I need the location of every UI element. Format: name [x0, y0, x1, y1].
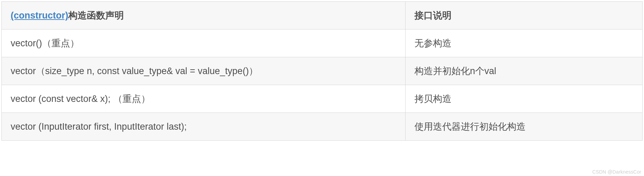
table-row: vector (const vector& x); （重点） 拷贝构造 [2, 85, 643, 113]
cell-signature: vector (const vector& x); （重点） [2, 85, 406, 113]
cell-description: 拷贝构造 [405, 85, 642, 113]
header-left-suffix: 构造函数声明 [68, 10, 124, 21]
cell-description: 使用迭代器进行初始化构造 [405, 113, 642, 141]
cell-signature: vector（size_type n, const value_type& va… [2, 57, 406, 85]
table-header-row: (constructor)构造函数声明 接口说明 [2, 2, 643, 30]
table-row: vector()（重点） 无参构造 [2, 30, 643, 57]
constructor-table: (constructor)构造函数声明 接口说明 vector()（重点） 无参… [1, 1, 643, 141]
table-row: vector (InputIterator first, InputIterat… [2, 113, 643, 141]
constructor-link[interactable]: (constructor) [11, 10, 68, 21]
cell-signature: vector()（重点） [2, 30, 406, 57]
cell-description: 无参构造 [405, 30, 642, 57]
cell-description: 构造并初始化n个val [405, 57, 642, 85]
table-row: vector（size_type n, const value_type& va… [2, 57, 643, 85]
cell-signature: vector (InputIterator first, InputIterat… [2, 113, 406, 141]
header-left: (constructor)构造函数声明 [2, 2, 406, 30]
header-right: 接口说明 [405, 2, 642, 30]
